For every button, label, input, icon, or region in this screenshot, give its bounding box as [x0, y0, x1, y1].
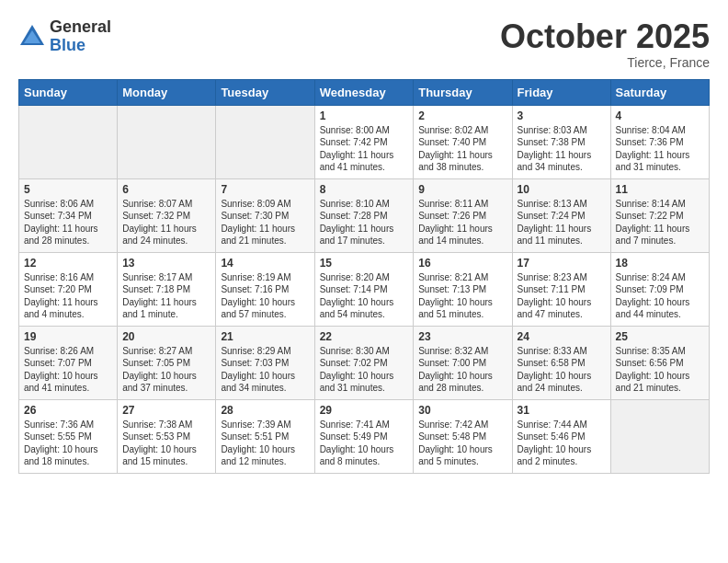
day-info: Sunrise: 8:32 AM Sunset: 7:00 PM Dayligh… — [418, 345, 506, 395]
day-info: Sunrise: 8:03 AM Sunset: 7:38 PM Dayligh… — [518, 124, 606, 174]
calendar-cell: 3Sunrise: 8:03 AM Sunset: 7:38 PM Daylig… — [512, 105, 610, 178]
day-number: 25 — [616, 330, 704, 343]
day-number: 9 — [418, 183, 506, 196]
day-info: Sunrise: 8:13 AM Sunset: 7:24 PM Dayligh… — [518, 198, 606, 247]
day-number: 18 — [616, 257, 704, 270]
day-number: 7 — [221, 183, 309, 196]
day-number: 19 — [24, 330, 112, 343]
day-number: 24 — [518, 330, 606, 343]
day-info: Sunrise: 8:33 AM Sunset: 6:58 PM Dayligh… — [518, 345, 606, 395]
header: General Blue October 2025 Tierce, France — [18, 18, 710, 70]
day-info: Sunrise: 8:24 AM Sunset: 7:09 PM Dayligh… — [616, 271, 704, 321]
day-info: Sunrise: 8:29 AM Sunset: 7:03 PM Dayligh… — [221, 345, 309, 395]
day-info: Sunrise: 8:14 AM Sunset: 7:22 PM Dayligh… — [616, 198, 704, 247]
logo: General Blue — [18, 18, 111, 55]
calendar-cell: 27Sunrise: 7:38 AM Sunset: 5:53 PM Dayli… — [118, 399, 216, 473]
day-number: 22 — [320, 330, 409, 343]
day-info: Sunrise: 7:42 AM Sunset: 5:48 PM Dayligh… — [418, 419, 506, 468]
calendar-cell — [19, 105, 118, 178]
calendar-cell: 26Sunrise: 7:36 AM Sunset: 5:55 PM Dayli… — [19, 399, 118, 473]
day-info: Sunrise: 8:35 AM Sunset: 6:56 PM Dayligh… — [616, 345, 704, 395]
calendar-week-3: 12Sunrise: 8:16 AM Sunset: 7:20 PM Dayli… — [19, 252, 710, 326]
day-number: 28 — [221, 404, 309, 417]
calendar-header-row: SundayMondayTuesdayWednesdayThursdayFrid… — [19, 79, 710, 105]
day-number: 3 — [518, 109, 606, 122]
day-number: 21 — [221, 330, 309, 343]
calendar-week-5: 26Sunrise: 7:36 AM Sunset: 5:55 PM Dayli… — [19, 399, 710, 473]
day-info: Sunrise: 8:10 AM Sunset: 7:28 PM Dayligh… — [320, 198, 409, 247]
col-header-thursday: Thursday — [414, 79, 512, 105]
day-number: 23 — [418, 330, 506, 343]
day-info: Sunrise: 8:07 AM Sunset: 7:32 PM Dayligh… — [122, 198, 210, 247]
day-info: Sunrise: 8:06 AM Sunset: 7:34 PM Dayligh… — [24, 198, 112, 247]
calendar-cell: 9Sunrise: 8:11 AM Sunset: 7:26 PM Daylig… — [414, 178, 512, 252]
month-title: October 2025 — [500, 18, 710, 55]
calendar-cell: 28Sunrise: 7:39 AM Sunset: 5:51 PM Dayli… — [216, 399, 314, 473]
day-info: Sunrise: 8:23 AM Sunset: 7:11 PM Dayligh… — [518, 271, 606, 321]
day-number: 16 — [418, 257, 506, 270]
calendar-cell: 4Sunrise: 8:04 AM Sunset: 7:36 PM Daylig… — [610, 105, 709, 178]
day-info: Sunrise: 8:27 AM Sunset: 7:05 PM Dayligh… — [122, 345, 210, 395]
day-number: 12 — [24, 257, 112, 270]
day-number: 14 — [221, 257, 309, 270]
day-number: 4 — [616, 109, 704, 122]
calendar-cell: 20Sunrise: 8:27 AM Sunset: 7:05 PM Dayli… — [118, 326, 216, 399]
calendar-cell: 2Sunrise: 8:02 AM Sunset: 7:40 PM Daylig… — [414, 105, 512, 178]
calendar-cell: 17Sunrise: 8:23 AM Sunset: 7:11 PM Dayli… — [512, 252, 610, 326]
day-number: 13 — [122, 257, 210, 270]
calendar-cell: 10Sunrise: 8:13 AM Sunset: 7:24 PM Dayli… — [512, 178, 610, 252]
day-info: Sunrise: 7:44 AM Sunset: 5:46 PM Dayligh… — [518, 419, 606, 468]
calendar-cell: 14Sunrise: 8:19 AM Sunset: 7:16 PM Dayli… — [216, 252, 314, 326]
day-info: Sunrise: 8:30 AM Sunset: 7:02 PM Dayligh… — [320, 345, 409, 395]
calendar-cell: 29Sunrise: 7:41 AM Sunset: 5:49 PM Dayli… — [314, 399, 414, 473]
day-number: 17 — [518, 257, 606, 270]
col-header-monday: Monday — [118, 79, 216, 105]
calendar-cell: 23Sunrise: 8:32 AM Sunset: 7:00 PM Dayli… — [414, 326, 512, 399]
calendar-cell: 8Sunrise: 8:10 AM Sunset: 7:28 PM Daylig… — [314, 178, 414, 252]
calendar-cell: 11Sunrise: 8:14 AM Sunset: 7:22 PM Dayli… — [610, 178, 709, 252]
col-header-tuesday: Tuesday — [216, 79, 314, 105]
day-number: 8 — [320, 183, 409, 196]
calendar-cell: 15Sunrise: 8:20 AM Sunset: 7:14 PM Dayli… — [314, 252, 414, 326]
day-info: Sunrise: 7:41 AM Sunset: 5:49 PM Dayligh… — [320, 419, 409, 468]
day-info: Sunrise: 8:26 AM Sunset: 7:07 PM Dayligh… — [24, 345, 112, 395]
day-info: Sunrise: 7:36 AM Sunset: 5:55 PM Dayligh… — [24, 419, 112, 468]
calendar-cell: 30Sunrise: 7:42 AM Sunset: 5:48 PM Dayli… — [414, 399, 512, 473]
day-number: 30 — [418, 404, 506, 417]
calendar-cell — [610, 399, 709, 473]
day-info: Sunrise: 7:39 AM Sunset: 5:51 PM Dayligh… — [221, 419, 309, 468]
day-number: 20 — [122, 330, 210, 343]
calendar-cell: 19Sunrise: 8:26 AM Sunset: 7:07 PM Dayli… — [19, 326, 118, 399]
calendar-cell: 6Sunrise: 8:07 AM Sunset: 7:32 PM Daylig… — [118, 178, 216, 252]
day-info: Sunrise: 8:16 AM Sunset: 7:20 PM Dayligh… — [24, 271, 112, 321]
day-number: 2 — [418, 109, 506, 122]
calendar-cell: 24Sunrise: 8:33 AM Sunset: 6:58 PM Dayli… — [512, 326, 610, 399]
location: Tierce, France — [500, 55, 710, 70]
calendar-cell: 16Sunrise: 8:21 AM Sunset: 7:13 PM Dayli… — [414, 252, 512, 326]
calendar-cell — [118, 105, 216, 178]
day-number: 5 — [24, 183, 112, 196]
day-number: 11 — [616, 183, 704, 196]
calendar-cell: 21Sunrise: 8:29 AM Sunset: 7:03 PM Dayli… — [216, 326, 314, 399]
logo-general: General — [50, 18, 111, 37]
calendar-table: SundayMondayTuesdayWednesdayThursdayFrid… — [18, 79, 710, 474]
col-header-wednesday: Wednesday — [314, 79, 414, 105]
day-number: 31 — [518, 404, 606, 417]
logo-text: General Blue — [50, 18, 111, 55]
calendar-cell: 18Sunrise: 8:24 AM Sunset: 7:09 PM Dayli… — [610, 252, 709, 326]
calendar-cell: 5Sunrise: 8:06 AM Sunset: 7:34 PM Daylig… — [19, 178, 118, 252]
title-block: October 2025 Tierce, France — [500, 18, 710, 70]
logo-icon — [18, 23, 46, 51]
day-info: Sunrise: 8:00 AM Sunset: 7:42 PM Dayligh… — [320, 124, 409, 174]
calendar-cell: 1Sunrise: 8:00 AM Sunset: 7:42 PM Daylig… — [314, 105, 414, 178]
day-info: Sunrise: 8:21 AM Sunset: 7:13 PM Dayligh… — [418, 271, 506, 321]
day-number: 15 — [320, 257, 409, 270]
logo-blue: Blue — [50, 37, 111, 55]
day-info: Sunrise: 8:17 AM Sunset: 7:18 PM Dayligh… — [122, 271, 210, 321]
calendar-cell: 22Sunrise: 8:30 AM Sunset: 7:02 PM Dayli… — [314, 326, 414, 399]
day-info: Sunrise: 8:02 AM Sunset: 7:40 PM Dayligh… — [418, 124, 506, 174]
calendar-cell: 12Sunrise: 8:16 AM Sunset: 7:20 PM Dayli… — [19, 252, 118, 326]
day-number: 29 — [320, 404, 409, 417]
day-number: 6 — [122, 183, 210, 196]
day-number: 10 — [518, 183, 606, 196]
